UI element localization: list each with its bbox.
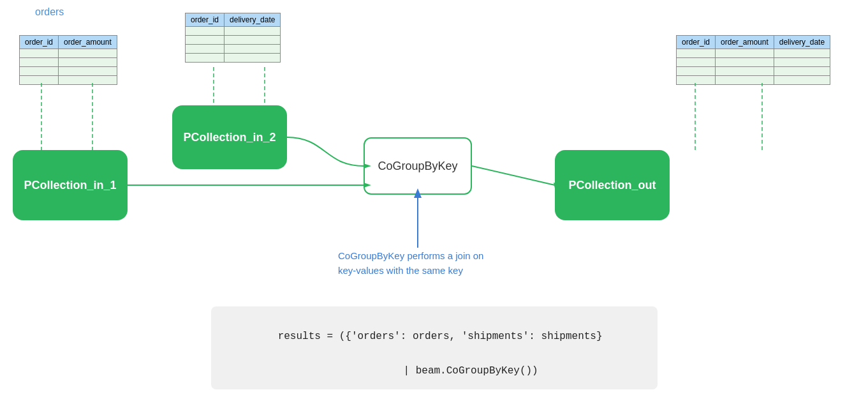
output-table: order_id order_amount delivery_date (676, 35, 830, 85)
pcollection-in2: PCollection_in_2 (172, 105, 287, 169)
shipments-table: order_id delivery_date (185, 13, 281, 63)
orders-table: order_id order_amount (19, 35, 117, 85)
cogroup-node: CoGroupByKey (364, 137, 472, 195)
annotation-text: CoGroupByKey performs a join on key-valu… (338, 249, 483, 278)
orders-col-amount: order_amount (59, 36, 117, 49)
output-col-delivery: delivery_date (774, 36, 830, 49)
output-col-amount: order_amount (716, 36, 774, 49)
shipments-col-delivery: delivery_date (224, 13, 281, 27)
shipments-col-orderid: order_id (186, 13, 224, 27)
output-col-orderid: order_id (677, 36, 716, 49)
diagram-container: orders order_id order_amount shipments o… (0, 0, 868, 306)
pcollection-in1: PCollection_in_1 (13, 150, 128, 220)
code-block: results = ({'orders': orders, 'shipments… (211, 306, 658, 389)
pcollection-out: PCollection_out (555, 150, 670, 220)
orders-label: orders (35, 6, 64, 18)
orders-col-orderid: order_id (20, 36, 59, 49)
